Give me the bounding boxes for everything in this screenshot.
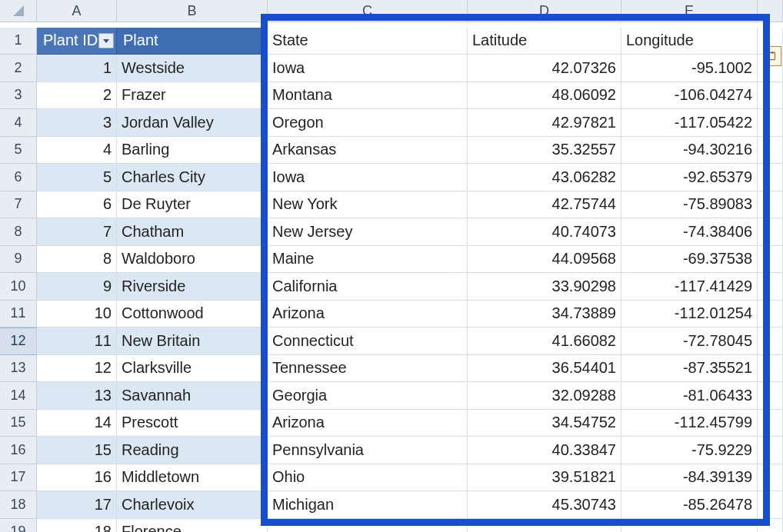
column-label-c[interactable]: State [268,28,468,55]
row-header-3[interactable]: 3 [0,82,37,110]
cell-plant-id[interactable]: 17 [37,491,117,519]
cell-gutter[interactable] [758,82,783,110]
cell-gutter[interactable] [758,191,783,219]
cell-latitude[interactable]: 40.74073 [468,218,621,246]
cell-gutter[interactable] [758,519,783,533]
cell-plant-name[interactable]: Jordan Valley [117,109,268,137]
row-header-2[interactable]: 2 [0,55,37,82]
cell-longitude[interactable]: -87.35521 [621,355,758,383]
cell-plant-id[interactable]: 18 [37,519,117,533]
cell-plant-name[interactable]: Cottonwood [117,301,268,328]
cell-longitude[interactable] [621,519,758,533]
row-header-16[interactable]: 16 [0,437,37,464]
table-header-plant-id[interactable]: Plant ID [37,28,117,55]
cell-state[interactable]: Arizona [268,301,468,328]
select-all-corner[interactable] [0,0,37,22]
cell-longitude[interactable]: -112.01254 [621,301,758,328]
cell-latitude[interactable]: 44.09568 [468,246,621,274]
cell-latitude[interactable]: 48.06092 [468,82,621,110]
cell-gutter[interactable] [758,491,783,519]
row-header-15[interactable]: 15 [0,410,37,437]
cell-longitude[interactable]: -69.37538 [621,246,758,274]
cell-longitude[interactable]: -85.26478 [621,491,758,519]
row-header-13[interactable]: 13 [0,355,37,383]
cell-plant-id[interactable]: 11 [37,328,117,355]
column-header-e[interactable]: E [621,0,758,22]
cell-latitude[interactable]: 42.97821 [468,109,621,137]
column-header-a[interactable]: A [37,0,117,22]
cell-state[interactable]: Arkansas [268,137,468,165]
cell-latitude[interactable]: 39.51821 [468,464,621,492]
cell-longitude[interactable]: -95.1002 [621,55,758,82]
cell-latitude[interactable]: 34.73889 [468,301,621,328]
cell-state[interactable]: Montana [268,82,468,110]
cell-state[interactable]: Arizona [268,410,468,437]
cell-state[interactable]: Oregon [268,109,468,137]
cell-plant-name[interactable]: Frazer [117,82,268,110]
spreadsheet-grid[interactable]: ABCDE1Plant IDPlantStateLatitudeLongitud… [0,0,783,532]
cell-plant-name[interactable]: De Ruyter [117,191,268,219]
cell-plant-id[interactable]: 2 [37,82,117,110]
cell-plant-name[interactable]: Barling [117,137,268,165]
row-header-7[interactable]: 7 [0,191,37,219]
cell-latitude[interactable]: 36.54401 [468,355,621,383]
cell-plant-id[interactable]: 15 [37,437,117,464]
cell-latitude[interactable]: 45.30743 [468,491,621,519]
cell-state[interactable]: New Jersey [268,218,468,246]
cell-latitude[interactable]: 43.06282 [468,164,621,191]
cell-plant-id[interactable]: 14 [37,410,117,437]
cell-plant-name[interactable]: Charles City [117,164,268,191]
cell-longitude[interactable]: -106.04274 [621,82,758,110]
column-header-c[interactable]: C [268,0,468,22]
cell-state[interactable]: Tennessee [268,355,468,383]
cell-longitude[interactable]: -112.45799 [621,410,758,437]
cell-plant-name[interactable]: Chatham [117,218,268,246]
cell-state[interactable]: New York [268,191,468,219]
cell-latitude[interactable]: 41.66082 [468,328,621,355]
row-header-17[interactable]: 17 [0,464,37,492]
cell-state[interactable]: Maine [268,246,468,274]
table-header-plant[interactable]: Plant [117,28,268,55]
cell-plant-id[interactable]: 7 [37,218,117,246]
cell-plant-id[interactable]: 1 [37,55,117,82]
cell-plant-id[interactable]: 8 [37,246,117,274]
cell-longitude[interactable]: -81.06433 [621,382,758,410]
row-header-14[interactable]: 14 [0,382,37,410]
cell-plant-name[interactable]: Charlevoix [117,491,268,519]
cell-plant-name[interactable]: Middletown [117,464,268,492]
cell-gutter[interactable] [758,246,783,274]
cell-state[interactable]: Ohio [268,464,468,492]
cell-latitude[interactable]: 35.32557 [468,137,621,165]
cell-plant-name[interactable]: Westside [117,55,268,82]
cell-longitude[interactable]: -84.39139 [621,464,758,492]
cell-state[interactable]: Iowa [268,164,468,191]
paste-options-button[interactable] [763,46,781,66]
cell-state[interactable]: Connecticut [268,328,468,355]
cell-longitude[interactable]: -75.9229 [621,437,758,464]
cell-plant-id[interactable]: 4 [37,137,117,165]
cell-plant-name[interactable]: Riverside [117,273,268,301]
column-header-gutter[interactable] [758,0,783,22]
row-header-10[interactable]: 10 [0,273,37,301]
cell-gutter[interactable] [758,273,783,301]
row-header-12[interactable]: 12 [0,328,37,355]
cell-gutter[interactable] [758,109,783,137]
column-header-b[interactable]: B [117,0,268,22]
cell-longitude[interactable]: -92.65379 [621,164,758,191]
column-label-e[interactable]: Longitude [621,28,758,55]
cell-gutter[interactable] [758,137,783,165]
cell-state[interactable]: Michigan [268,491,468,519]
cell-state[interactable]: Georgia [268,382,468,410]
column-label-d[interactable]: Latitude [468,28,621,55]
row-header-19[interactable]: 19 [0,519,37,533]
cell-state[interactable]: Iowa [268,55,468,82]
cell-gutter[interactable] [758,382,783,410]
cell-gutter[interactable] [758,164,783,191]
cell-state[interactable] [268,519,468,533]
cell-plant-id[interactable]: 3 [37,109,117,137]
cell-latitude[interactable]: 42.07326 [468,55,621,82]
cell-latitude[interactable] [468,519,621,533]
cell-plant-id[interactable]: 5 [37,164,117,191]
row-header-8[interactable]: 8 [0,218,37,246]
cell-plant-name[interactable]: Reading [117,437,268,464]
